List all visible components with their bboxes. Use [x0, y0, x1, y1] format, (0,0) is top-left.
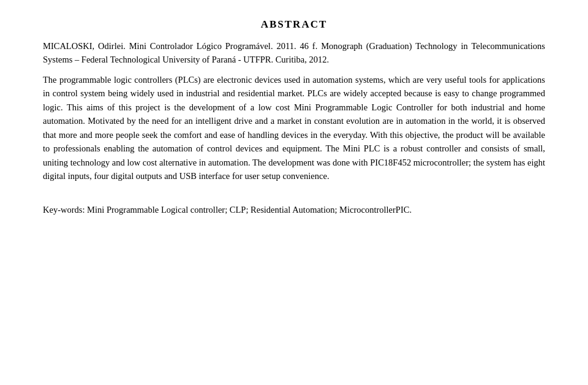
keywords-paragraph: Key-words: Mini Programmable Logical con… [43, 203, 545, 216]
abstract-body: MICALOSKI, Odirlei. Mini Controlador Lóg… [43, 39, 545, 189]
page: ABSTRACT MICALOSKI, Odirlei. Mini Contro… [0, 0, 588, 385]
main-paragraph: The programmable logic controllers (PLCs… [43, 73, 545, 183]
citation-paragraph: MICALOSKI, Odirlei. Mini Controlador Lóg… [43, 39, 545, 67]
abstract-title: ABSTRACT [43, 18, 545, 31]
